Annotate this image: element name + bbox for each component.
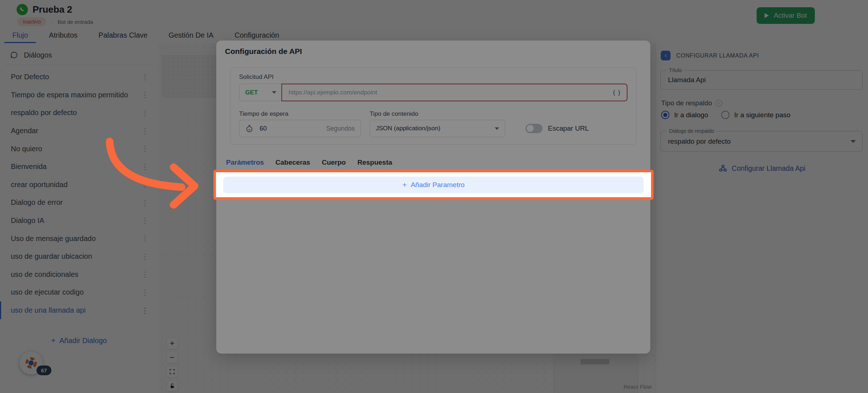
method-select[interactable]: GET: [239, 84, 282, 101]
chevron-down-icon: [495, 127, 499, 130]
timeout-input[interactable]: [259, 124, 286, 133]
settings-row: Segundos JSON (application/json) Escapar…: [239, 120, 589, 137]
api-request-card: Solicitud API GET { } Tiempo de espera T…: [230, 67, 637, 145]
method-value: GET: [245, 89, 258, 96]
escape-url-label: Escapar URL: [548, 124, 589, 132]
request-row: GET { }: [239, 84, 627, 101]
content-type-value: JSON (application/json): [376, 125, 441, 132]
modal-tab[interactable]: Respuesta: [356, 155, 393, 172]
add-parameter-button[interactable]: Añadir Parametro: [223, 177, 644, 193]
escape-url-toggle[interactable]: [526, 124, 542, 133]
tutorial-highlight-box: Añadir Parametro: [213, 170, 654, 200]
chevron-down-icon: [272, 91, 276, 94]
timeout-label: Tiempo de espera: [239, 110, 288, 118]
url-field: { }: [281, 84, 627, 101]
modal-tab[interactable]: Cuerpo: [321, 155, 347, 172]
toggle-knob: [527, 125, 534, 132]
app: Prueba 2 Inactivo · Bot de entrada Activ…: [0, 0, 868, 393]
timeout-unit: Segundos: [326, 125, 355, 132]
content-type-label: Tipo de contenido: [370, 110, 418, 118]
plus-icon: [402, 181, 407, 189]
request-label: Solicitud API: [239, 73, 273, 81]
modal-tab[interactable]: Cabeceras: [275, 155, 311, 172]
modal-tab[interactable]: Parámetros: [225, 155, 265, 172]
modal-title: Configuración de API: [225, 47, 302, 56]
timeout-field[interactable]: Segundos: [239, 120, 361, 137]
variables-button[interactable]: { }: [613, 89, 621, 96]
stopwatch-icon: [245, 124, 254, 133]
url-input[interactable]: [288, 89, 613, 97]
modal-tabs: Parámetros Cabeceras Cuerpo Respuesta: [216, 155, 650, 172]
content-type-select[interactable]: JSON (application/json): [370, 120, 505, 137]
